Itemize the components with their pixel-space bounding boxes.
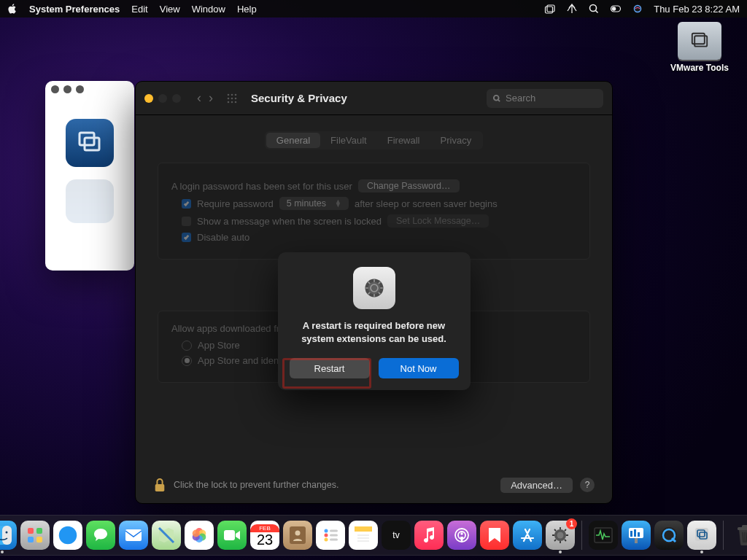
dock-app-photos[interactable]: [185, 521, 214, 550]
require-password-checkbox[interactable]: [182, 199, 191, 209]
svg-rect-48: [330, 534, 338, 537]
network-icon[interactable]: [566, 3, 578, 15]
stage-manager-icon[interactable]: [544, 3, 556, 15]
tab-filevault[interactable]: FileVault: [320, 133, 377, 148]
svg-point-49: [325, 538, 328, 542]
minimize-button[interactable]: [63, 85, 71, 93]
svg-point-60: [557, 532, 564, 539]
dock-app-maps[interactable]: [152, 521, 181, 550]
dock-app-appstore[interactable]: [513, 521, 542, 550]
sysprefs-badge: 1: [566, 518, 577, 529]
svg-rect-35: [125, 529, 142, 541]
show-all-icon[interactable]: [226, 93, 238, 104]
window-controls: [51, 85, 84, 93]
dock-app-contacts[interactable]: [283, 521, 312, 550]
require-password-delay-select[interactable]: 5 minutes ▲▼: [279, 197, 349, 210]
svg-rect-42: [224, 530, 235, 540]
dock-app-news[interactable]: [480, 521, 509, 550]
window-toolbar: ‹ › Security & Privacy Search: [136, 82, 612, 115]
dock-app-activity-monitor[interactable]: [589, 521, 618, 550]
allow-identified-radio[interactable]: [182, 356, 192, 366]
apple-menu-icon[interactable]: [7, 4, 18, 14]
dock-app-system-preferences[interactable]: 1: [546, 521, 575, 550]
control-center-icon[interactable]: [610, 3, 622, 15]
menu-view[interactable]: View: [160, 4, 180, 15]
zoom-button[interactable]: [172, 94, 181, 103]
dock-app-vmware-installer[interactable]: [687, 521, 716, 550]
menu-edit[interactable]: Edit: [131, 4, 147, 15]
svg-point-2: [590, 5, 597, 12]
svg-point-4: [613, 7, 616, 10]
menubar-clock[interactable]: Thu Feb 23 8:22 AM: [654, 4, 740, 15]
desktop-icon-vmware-tools[interactable]: VMware Tools: [670, 22, 729, 73]
show-message-checkbox[interactable]: [182, 217, 191, 226]
svg-rect-31: [28, 537, 34, 542]
svg-point-12: [231, 93, 233, 96]
app-menu[interactable]: System Preferences: [29, 4, 120, 15]
toolbar-search[interactable]: Search: [487, 89, 603, 108]
menu-window[interactable]: Window: [192, 4, 225, 15]
dock-app-quicktime[interactable]: [654, 521, 684, 550]
advanced-button[interactable]: Advanced…: [500, 478, 573, 493]
tab-privacy[interactable]: Privacy: [430, 133, 482, 148]
dock-app-safari[interactable]: [53, 521, 82, 550]
dock-app-calendar[interactable]: FEB 23: [250, 521, 279, 550]
zoom-button[interactable]: [76, 85, 84, 93]
vmware-installer-window[interactable]: [45, 81, 134, 271]
help-button[interactable]: ?: [580, 478, 595, 492]
svg-point-28: [6, 532, 8, 534]
disable-auto-login-label: Disable auto: [197, 232, 249, 243]
minimize-button[interactable]: [158, 94, 167, 103]
allow-appstore-radio[interactable]: [182, 341, 192, 351]
tab-general[interactable]: General: [266, 133, 320, 148]
svg-point-16: [235, 97, 237, 99]
svg-point-58: [460, 532, 462, 534]
dock-app-keynote[interactable]: [622, 521, 651, 550]
system-preferences-window: ‹ › Security & Privacy Search General Fi…: [135, 81, 613, 504]
restart-button[interactable]: Restart: [290, 358, 370, 378]
menu-help[interactable]: Help: [237, 4, 257, 15]
svg-rect-30: [36, 528, 42, 534]
dock: FEB 23 tv 1: [0, 515, 747, 556]
dock-separator: [723, 521, 724, 550]
login-password-section: A login password has been set for this u…: [158, 163, 590, 260]
dock-app-notes[interactable]: [349, 521, 378, 550]
tab-bar: General FileVault Firewall Privacy: [265, 131, 483, 149]
dock-app-reminders[interactable]: [316, 521, 345, 550]
lock-icon[interactable]: [153, 477, 166, 493]
dock-trash[interactable]: [730, 521, 747, 550]
siri-icon[interactable]: [632, 3, 643, 15]
dock-app-tv[interactable]: tv: [382, 521, 411, 550]
forward-button[interactable]: ›: [209, 90, 213, 106]
not-now-button[interactable]: Not Now: [379, 358, 459, 378]
svg-point-45: [325, 529, 328, 533]
svg-rect-24: [155, 484, 165, 491]
close-button[interactable]: [51, 85, 59, 93]
search-placeholder: Search: [506, 93, 535, 104]
dock-app-finder[interactable]: [0, 521, 17, 550]
close-button[interactable]: [144, 94, 153, 103]
dock-app-facetime[interactable]: [217, 521, 247, 550]
dock-app-mail[interactable]: [119, 521, 148, 550]
system-preferences-icon: [353, 267, 395, 309]
svg-point-44: [295, 531, 301, 536]
chevron-updown-icon: ▲▼: [335, 200, 341, 207]
back-button[interactable]: ‹: [197, 90, 201, 106]
desktop-icon-label: VMware Tools: [670, 63, 729, 73]
dock-app-messages[interactable]: [86, 521, 115, 550]
change-password-button[interactable]: Change Password…: [358, 179, 460, 192]
disable-auto-login-checkbox[interactable]: [182, 233, 191, 242]
spotlight-icon[interactable]: [588, 3, 600, 15]
svg-rect-51: [355, 526, 372, 532]
window-footer: Click the lock to prevent further change…: [153, 477, 595, 493]
svg-point-14: [228, 97, 230, 99]
dock-app-podcasts[interactable]: [447, 521, 476, 550]
dock-app-launchpad[interactable]: [20, 521, 50, 550]
svg-rect-46: [330, 530, 338, 532]
svg-point-41: [193, 530, 200, 537]
svg-rect-0: [547, 5, 554, 12]
tab-firewall[interactable]: Firewall: [377, 133, 430, 148]
restart-required-dialog: A restart is required before new system …: [278, 252, 471, 390]
dock-app-music[interactable]: [414, 521, 444, 550]
window-title: Security & Privacy: [251, 92, 347, 104]
